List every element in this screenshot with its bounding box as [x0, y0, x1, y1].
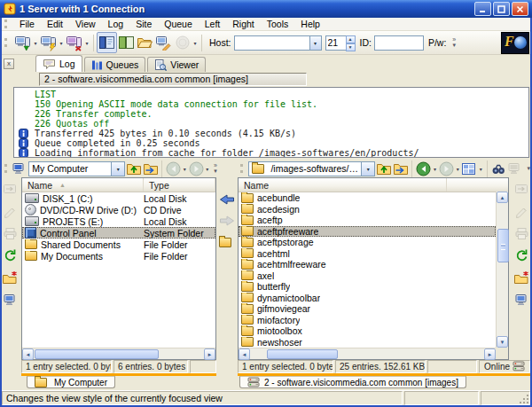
tab-log[interactable]: Log [35, 55, 82, 72]
title-bar[interactable]: 1 Server with 1 Connection [0, 0, 532, 18]
local-goto-folder-button[interactable] [142, 160, 159, 177]
chevron-down-icon[interactable]: ▾ [361, 162, 374, 176]
spin-up-icon[interactable]: ▲ [346, 35, 356, 43]
view-style-button[interactable] [461, 160, 478, 177]
scrollbar-thumb[interactable] [267, 349, 338, 359]
local-path-combo[interactable]: My Computer ▾ [28, 161, 125, 176]
edit-button[interactable] [513, 203, 529, 219]
list-item[interactable]: aceftpfreeware [239, 226, 496, 238]
local-forward-dropdown[interactable]: ▾ [205, 166, 211, 172]
search-button[interactable] [489, 160, 506, 177]
remote-goto-folder-button[interactable] [392, 160, 409, 177]
new-folder-button[interactable] [513, 270, 529, 286]
print-button[interactable] [2, 225, 18, 241]
minimize-button[interactable] [474, 2, 491, 16]
close-button[interactable] [512, 2, 528, 16]
menu-grip[interactable] [4, 20, 11, 28]
menu-item-site[interactable]: Site [129, 19, 158, 29]
spin-down-icon[interactable]: ▼ [346, 43, 356, 51]
scroll-left-icon[interactable]: ◄ [22, 348, 34, 360]
local-forward-button[interactable] [188, 160, 205, 177]
menu-item-log[interactable]: Log [102, 19, 130, 29]
list-item[interactable]: aceftp [239, 215, 496, 226]
remote-hscrollbar[interactable]: ◄ ► [239, 348, 496, 359]
view-remote-button[interactable] [2, 292, 18, 308]
resize-grip[interactable] [520, 395, 528, 403]
list-item[interactable]: miofactory [239, 315, 496, 326]
list-item[interactable]: aceftpstorage [239, 237, 496, 248]
local-up-folder-button[interactable] [125, 160, 142, 177]
column-header-type[interactable]: Type [144, 178, 215, 192]
scroll-right-icon[interactable]: ► [484, 348, 496, 360]
list-item[interactable]: DISK_1 (C:)Local Disk [22, 192, 215, 204]
pane-toolbar-grip[interactable] [240, 164, 246, 173]
menu-item-queue[interactable]: Queue [158, 19, 199, 29]
scrollbar-thumb[interactable] [35, 349, 159, 359]
list-item[interactable]: Control PanelSystem Folder [22, 227, 215, 239]
tab-queues[interactable]: Queues [84, 57, 146, 72]
list-item[interactable]: PROJETS (E:)Local Disk [22, 215, 215, 227]
disconnect-dropdown[interactable]: ▾ [83, 40, 90, 46]
port-input[interactable] [325, 35, 347, 51]
user-input[interactable] [374, 35, 424, 51]
remote-forward-dropdown[interactable]: ▾ [455, 166, 461, 172]
refresh-button[interactable] [2, 247, 18, 263]
menu-item-help[interactable]: Help [294, 19, 326, 29]
maximize-button[interactable] [493, 2, 510, 16]
tab-remote-session[interactable]: 2 - software.visicommedia.com common [im… [239, 376, 466, 388]
local-list-body[interactable]: DISK_1 (C:)Local DiskDVD/CD-RW Drive (D:… [22, 192, 215, 350]
menu-item-tools[interactable]: Tools [261, 19, 295, 29]
transfer-folder-button[interactable] [218, 234, 236, 250]
local-hscrollbar[interactable]: ◄ ► [22, 348, 215, 359]
menu-item-right[interactable]: Right [226, 19, 261, 29]
list-item[interactable]: Shared DocumentsFile Folder [22, 239, 215, 250]
local-back-button[interactable] [165, 160, 182, 177]
disconnect-button[interactable] [65, 33, 83, 52]
transfer-queue-button[interactable] [513, 181, 529, 197]
menu-item-file[interactable]: File [13, 19, 41, 29]
menu-item-edit[interactable]: Edit [41, 19, 69, 29]
quick-connect-button[interactable] [39, 33, 58, 52]
menu-item-left[interactable]: Left [199, 19, 227, 29]
edit-button[interactable] [2, 203, 18, 219]
open-folder-button[interactable] [136, 33, 154, 52]
stop-dropdown[interactable]: ▾ [192, 40, 199, 46]
list-item[interactable]: My DocumentsFile Folder [22, 250, 215, 262]
quick-connect-dropdown[interactable]: ▾ [58, 40, 65, 46]
log-panel-button[interactable] [97, 32, 117, 53]
view-style-dropdown[interactable]: ▾ [478, 166, 484, 172]
connect-dropdown[interactable]: ▾ [32, 40, 39, 46]
tab-viewer[interactable]: Viewer [147, 57, 206, 72]
scroll-down-icon[interactable]: ▼ [497, 336, 508, 348]
list-item[interactable]: acedesign [239, 204, 496, 215]
transfer-to-local-button[interactable] [218, 192, 236, 207]
remote-path-combo[interactable]: /images-softwares/en/products/ ▾ [248, 161, 375, 176]
refresh-button[interactable] [513, 247, 529, 263]
stop-button[interactable] [173, 33, 192, 52]
scroll-up-icon[interactable]: ▲ [497, 192, 508, 203]
scrollbar-thumb[interactable] [497, 229, 509, 262]
list-item[interactable]: butterfly [239, 281, 496, 293]
compare-button[interactable] [506, 160, 523, 177]
scroll-left-icon[interactable]: ◄ [239, 348, 250, 360]
print-button[interactable] [513, 225, 529, 241]
remote-up-folder-button[interactable] [375, 160, 392, 177]
list-item[interactable]: newshoser [239, 337, 496, 348]
local-toolbar-overflow[interactable]: » ▾ [214, 163, 217, 174]
list-item[interactable]: DVD/CD-RW Drive (D:)CD Drive [22, 204, 215, 215]
view-remote-button[interactable] [513, 292, 529, 308]
list-item[interactable]: gifmoviegear [239, 303, 496, 315]
list-item[interactable]: acehtml [239, 248, 496, 260]
tab-my-computer[interactable]: My Computer [27, 376, 115, 388]
remote-list-body[interactable]: acebundleacedesignaceftpaceftpfreewareac… [239, 192, 496, 348]
column-header-name[interactable]: Name ▲ [22, 178, 144, 192]
port-spinner[interactable]: ▲ ▼ [346, 35, 356, 51]
panel-close-button[interactable]: x [4, 59, 14, 69]
browser-panel-button[interactable] [117, 33, 136, 52]
list-item[interactable]: acehtmlfreeware [239, 259, 496, 270]
transfer-to-remote-button[interactable] [218, 213, 236, 229]
toolbar-grip[interactable] [4, 38, 11, 47]
menu-item-view[interactable]: View [69, 19, 102, 29]
remote-forward-button[interactable] [438, 160, 455, 177]
list-item[interactable]: miotoolbox [239, 325, 496, 337]
